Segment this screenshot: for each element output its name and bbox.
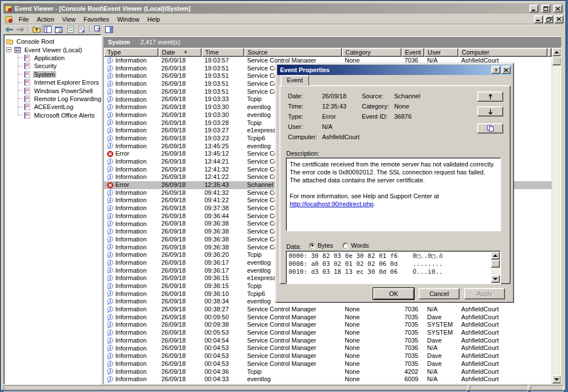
information-icon (107, 190, 114, 197)
column-header-event[interactable]: Event (402, 48, 424, 57)
cell-date: 26/09/18 (158, 329, 202, 337)
column-header-computer[interactable]: Computer (458, 48, 548, 57)
help-icon[interactable]: ? (92, 25, 103, 34)
next-event-button[interactable] (477, 106, 503, 116)
hex-scrollbar-thumb[interactable] (491, 260, 500, 268)
tree-item-security[interactable]: Security (4, 62, 101, 70)
bytes-radio[interactable]: Bytes (309, 242, 333, 249)
event-row[interactable]: Information26/09/1800:04:53Service Contr… (104, 352, 552, 360)
forward-icon[interactable] (15, 25, 26, 34)
dialog-title: Event Properties (280, 66, 329, 73)
cell-type: Information (104, 352, 158, 360)
close-button[interactable] (553, 5, 562, 12)
event-row[interactable]: Information26/09/1800:05:53Service Contr… (104, 329, 552, 337)
help-support-link[interactable]: http://localhost:90/redirect.php (290, 201, 373, 207)
words-radio[interactable]: Words (343, 242, 369, 249)
menu-file[interactable]: File (15, 15, 33, 24)
data-hex-box[interactable]: 0000: 30 82 03 0e 30 82 01 f6 0□..0□.ö00… (286, 251, 501, 284)
cell-type: Information (104, 135, 158, 143)
menu-action[interactable]: Action (33, 15, 59, 24)
cell-date: 26/09/18 (158, 212, 202, 220)
scroll-up-button[interactable] (552, 48, 561, 56)
hex-line: 0010: d3 03 18 13 ec 30 0d 06 Ó...ì0.. (289, 268, 490, 276)
menu-view[interactable]: View (58, 15, 80, 24)
column-header-user[interactable]: User (424, 48, 458, 57)
tree-item-event-viewer[interactable]: Event Viewer (Local) (4, 45, 101, 53)
hex-scroll-down-button[interactable] (491, 275, 500, 283)
event-row[interactable]: Information26/09/1800:09:38Service Contr… (104, 321, 552, 329)
properties-icon[interactable] (53, 25, 65, 34)
status-pane-3 (531, 385, 563, 391)
tree-item-windows-powershell[interactable]: Windows PowerShell (4, 86, 101, 94)
dialog-close-button[interactable] (502, 66, 511, 74)
vertical-scrollbar[interactable] (552, 48, 561, 383)
event-row[interactable]: Information26/09/1800:38:27Service Contr… (104, 306, 552, 314)
tree-item-internet-explorer-errors[interactable]: Internet Explorer Errors (4, 78, 101, 86)
menu-window[interactable]: Window (113, 15, 143, 24)
refresh-icon[interactable] (65, 25, 76, 34)
previous-event-button[interactable] (477, 91, 503, 102)
cell-user: N/A (424, 368, 458, 376)
ok-button[interactable]: OK (373, 288, 414, 299)
window-titlebar[interactable]: Event Viewer - [Console Root\Event Viewe… (3, 3, 563, 14)
column-header-source[interactable]: Source (244, 48, 342, 57)
show-taskpad-icon[interactable] (103, 25, 115, 34)
cell-date: 26/09/18 (158, 57, 202, 65)
cancel-button[interactable]: Cancel (419, 288, 460, 299)
cell-time: 13:45:25 (202, 143, 244, 151)
minimize-button[interactable] (529, 5, 538, 12)
tree-item-application[interactable]: Application (4, 54, 101, 62)
cell-time: 00:04:53 (202, 360, 244, 368)
tree-item-system[interactable]: System (4, 70, 101, 78)
dialog-titlebar[interactable]: Event Properties ? (277, 65, 512, 75)
event-row[interactable]: Information26/09/1800:04:54Service Contr… (104, 337, 552, 345)
hex-scrollbar[interactable] (491, 252, 500, 283)
menu-favorites[interactable]: Favorites (80, 15, 113, 24)
event-row[interactable]: Information26/09/1800:04:53Service Contr… (104, 344, 552, 352)
dialog-tabstrip: Event (281, 75, 309, 86)
tree-item-label: Security (33, 62, 58, 69)
column-header-category[interactable]: Category (342, 48, 402, 57)
menu-help[interactable]: Help (143, 15, 164, 24)
child-restore-button[interactable] (544, 15, 553, 23)
cell-type: Information (104, 111, 158, 119)
cell-category: None (342, 360, 402, 368)
tree-item-aceeventlog[interactable]: ACEEventLog (4, 103, 101, 111)
hex-scroll-up-button[interactable] (491, 252, 500, 260)
export-list-icon[interactable] (76, 25, 87, 34)
column-header-label: Category (345, 49, 371, 56)
cell-time: 00:38:34 (202, 298, 244, 306)
cell-date: 26/09/18 (158, 251, 202, 259)
child-minimize-button[interactable] (534, 15, 543, 23)
scrollbar-thumb[interactable] (552, 56, 561, 65)
column-header-type[interactable]: Type (104, 48, 158, 57)
tree-item-microsoft-office-alerts[interactable]: Microsoft Office Alerts (4, 111, 101, 119)
maximize-button[interactable] (541, 5, 550, 12)
column-header-date[interactable]: Date▼ (158, 48, 202, 57)
tree-item-remote-log-forwarding[interactable]: Remote Log Forwarding (4, 95, 101, 103)
cell-computer: AshfieldCourt (458, 376, 548, 383)
tree-item-console-root[interactable]: Console Root (4, 37, 101, 45)
column-header-time[interactable]: Time (202, 48, 244, 57)
cell-date: 26/09/18 (158, 143, 202, 151)
scroll-down-button[interactable] (552, 375, 561, 383)
up-one-level-icon[interactable] (31, 25, 42, 34)
dialog-help-button[interactable]: ? (491, 66, 500, 74)
event-type-label: Information (115, 189, 147, 197)
back-icon[interactable] (3, 25, 15, 34)
tab-event[interactable]: Event (281, 75, 309, 86)
event-row[interactable]: Information26/09/1800:04:33eventlogNone6… (104, 376, 552, 383)
description-box[interactable]: The certificate received from the remote… (286, 157, 501, 231)
copy-event-button[interactable] (477, 123, 503, 134)
show-hide-console-tree-icon[interactable] (42, 25, 53, 34)
column-header-label: Event (405, 49, 421, 56)
collapse-box-icon[interactable] (6, 47, 11, 52)
event-row[interactable]: Information26/09/1800:04:53Service Contr… (104, 360, 552, 368)
child-close-button[interactable] (554, 15, 563, 23)
cell-type: Information (104, 220, 158, 228)
event-row[interactable]: Information26/09/1800:09:50Service Contr… (104, 314, 552, 322)
cell-date: 26/09/18 (158, 95, 202, 103)
cell-date: 26/09/18 (158, 282, 202, 290)
cell-date: 26/09/18 (158, 205, 202, 212)
event-row[interactable]: Information26/09/1800:04:36TcpipNone4202… (104, 368, 552, 376)
